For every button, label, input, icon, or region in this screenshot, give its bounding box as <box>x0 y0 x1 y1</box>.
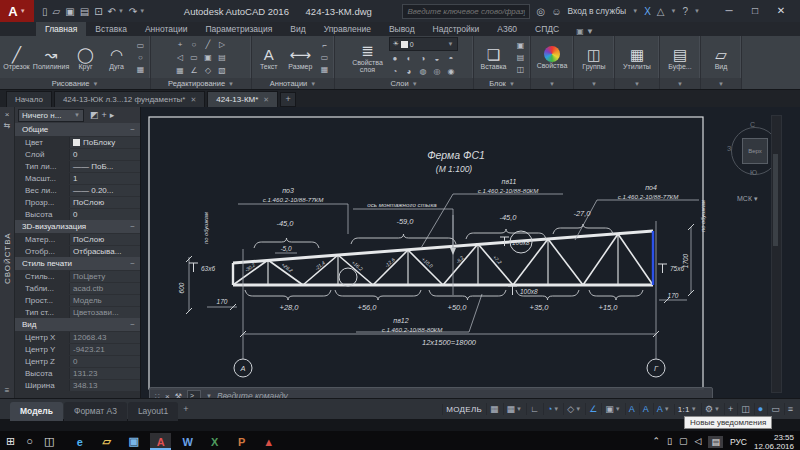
close-icon[interactable]: × <box>165 392 170 399</box>
recent-commands-button[interactable]: >_ <box>187 390 201 399</box>
qat-save-icon[interactable]: ▣ <box>65 6 74 17</box>
text-tool-button[interactable]: АТекст <box>255 46 283 70</box>
property-value[interactable]: Цветозави... <box>69 307 140 318</box>
layer-tool-icon[interactable]: ◐ <box>403 53 416 64</box>
small-tool-icon[interactable]: ▭ <box>318 52 331 63</box>
clean-screen-button[interactable]: ● <box>754 403 766 415</box>
battery-icon[interactable]: ▯ <box>667 436 672 448</box>
groups-panel-button[interactable]: ◫Группы <box>577 46 611 70</box>
drag-grip-icon[interactable]: ∷ <box>155 392 160 399</box>
panel-title-рисование[interactable]: Рисование▼ <box>0 78 150 89</box>
small-tool-icon[interactable]: ◫ <box>514 64 527 75</box>
collapse-icon[interactable]: − <box>130 125 135 134</box>
command-line[interactable]: ∷ × ⚒ >_ ▼ Введите команду <box>149 387 713 398</box>
isolate-objects-button[interactable]: + <box>724 403 736 415</box>
ribbon-tab-аннотации[interactable]: Аннотации <box>136 22 197 36</box>
a360-caret-icon[interactable]: ▼ <box>671 8 677 14</box>
volume-icon[interactable]: ◁ <box>694 436 701 448</box>
property-row[interactable]: Слой0 <box>15 148 140 160</box>
layer-tool-icon[interactable]: ◍ <box>417 66 430 77</box>
scrollbar-thumb[interactable] <box>773 154 778 246</box>
property-row[interactable]: Высота131.23 <box>15 367 140 379</box>
network-icon[interactable]: ▢ <box>679 436 688 448</box>
maximize-button[interactable]: □ <box>742 0 768 22</box>
property-row[interactable]: Центр Y-9423.21 <box>15 343 140 355</box>
close-tab-icon[interactable]: ✕ <box>190 96 196 104</box>
ortho-toggle[interactable]: ∟ <box>526 403 542 415</box>
qat-redo-caret-icon[interactable]: ▼ <box>139 8 145 14</box>
property-row[interactable]: Тип ли...—— ПоБ... <box>15 160 140 172</box>
panel-title-утилиты[interactable]: ▼ <box>615 78 659 89</box>
property-value[interactable]: 348.13 <box>69 380 140 391</box>
layer-tool-icon[interactable]: ◑ <box>417 53 430 64</box>
command-input[interactable]: Введите команду <box>217 391 288 398</box>
property-value[interactable]: Отбрасыва... <box>69 246 140 257</box>
help-search-box[interactable] <box>402 4 530 19</box>
search-input[interactable] <box>403 7 529 16</box>
cortana-search-button[interactable]: ○ <box>26 435 33 448</box>
app-word[interactable]: W <box>177 433 198 450</box>
section-header[interactable]: Вид− <box>15 318 140 331</box>
display-button[interactable]: ▭ <box>767 403 783 415</box>
small-tool-icon[interactable]: ○ <box>134 52 147 63</box>
palette-settings-icon[interactable]: ≡ <box>5 385 10 396</box>
grid-display-toggle[interactable]: ▦ <box>486 403 502 415</box>
view-panel-button[interactable]: ▱Вид <box>704 46 738 70</box>
app-file-explorer[interactable]: ▱ <box>96 433 117 450</box>
compass-Ю[interactable]: Ю <box>750 169 757 176</box>
palette-tool-icon[interactable]: ▸ <box>110 110 115 120</box>
edit-tool-icon[interactable]: ◇ <box>202 65 215 76</box>
property-row[interactable]: Прозр...ПоСлою <box>15 196 140 208</box>
panel-title-вид[interactable]: ▼ <box>701 78 741 89</box>
application-menu-button[interactable]: A▼ <box>0 0 34 22</box>
app-photos[interactable]: ▣ <box>123 433 144 450</box>
property-value[interactable]: -9423.21 <box>69 344 140 355</box>
edit-tool-icon[interactable]: ◁ <box>174 52 187 63</box>
app-autocad[interactable]: A <box>150 433 171 450</box>
model-space-button[interactable]: МОДЕЛЬ <box>442 404 485 415</box>
app-powerpoint[interactable]: P <box>231 433 252 450</box>
ribbon-tab-надстройки[interactable]: Надстройки <box>424 22 489 36</box>
object-snap-toggle[interactable]: ▣▼ <box>601 403 623 415</box>
file-tab[interactable]: 424-13-ЮК л.3...12 фундаменты*✕ <box>54 91 205 107</box>
taskbar-clock[interactable]: 23:55 12.06.2016 <box>754 433 794 450</box>
panel-title-редактирование[interactable]: Редактирование▼ <box>151 78 251 89</box>
ribbon-tab-вставка[interactable]: Вставка <box>86 22 136 36</box>
ribbon-tab-спдс[interactable]: СПДС <box>526 22 568 36</box>
compass-С[interactable]: С <box>750 121 755 128</box>
task-view-button[interactable]: ◫ <box>44 435 54 448</box>
vertical-scrollbar[interactable] <box>771 115 782 393</box>
annotation-autoscale-toggle[interactable]: A <box>639 403 652 415</box>
edit-tool-icon[interactable]: ▭ <box>188 52 201 63</box>
property-row[interactable]: Табли...acad.ctb <box>15 282 140 294</box>
property-value[interactable]: ПоЦвету <box>69 271 140 282</box>
qat-plot-icon[interactable]: ⊡ <box>94 6 102 17</box>
property-row[interactable]: Отобр...Отбрасыва... <box>15 245 140 257</box>
qat-redo-icon[interactable]: ↷ <box>129 6 137 17</box>
property-value[interactable]: 0 <box>69 209 140 220</box>
small-tool-icon[interactable]: ▭ <box>134 40 147 51</box>
panel-title-буфе[interactable]: ▼ <box>660 78 700 89</box>
ribbon-tab-вывод[interactable]: Вывод <box>380 22 424 36</box>
hardware-acceleration-button[interactable]: ◫ <box>737 403 753 415</box>
drawing-canvas[interactable]: Ферма ФС1(М 1:100)по3с.1.460.2-10/88-77К… <box>141 107 800 398</box>
qat-undo-icon[interactable]: ↶ <box>108 6 116 17</box>
isodraft-toggle[interactable]: ◇▼ <box>563 403 584 415</box>
ribbon-tab-главная[interactable]: Главная <box>36 22 86 36</box>
new-layout-button[interactable]: + <box>183 404 188 414</box>
annotation-scale-button[interactable]: A▼ <box>653 403 673 415</box>
property-row[interactable]: Ширина348.13 <box>15 379 140 391</box>
collapse-icon[interactable]: − <box>130 259 135 268</box>
property-row[interactable]: Тип ст...Цветозави... <box>15 306 140 318</box>
panel-title-слои[interactable]: Слои▼ <box>335 78 473 89</box>
app-acrobat[interactable]: ▲ <box>258 433 279 450</box>
edit-tool-icon[interactable]: ▤ <box>216 52 229 63</box>
language-indicator[interactable]: РУС <box>730 437 747 447</box>
property-row[interactable]: Центр Z0 <box>15 355 140 367</box>
polar-tracking-toggle[interactable]: ◔▼ <box>543 403 562 415</box>
property-value[interactable]: ПоБлоку <box>69 137 140 148</box>
sign-in-button[interactable]: Вход в службы <box>567 6 626 16</box>
panel-title-свойства[interactable]: ▼ <box>531 78 573 89</box>
sign-in-caret-icon[interactable]: ▼ <box>632 8 638 14</box>
small-tool-icon[interactable]: ▣ <box>514 40 527 51</box>
